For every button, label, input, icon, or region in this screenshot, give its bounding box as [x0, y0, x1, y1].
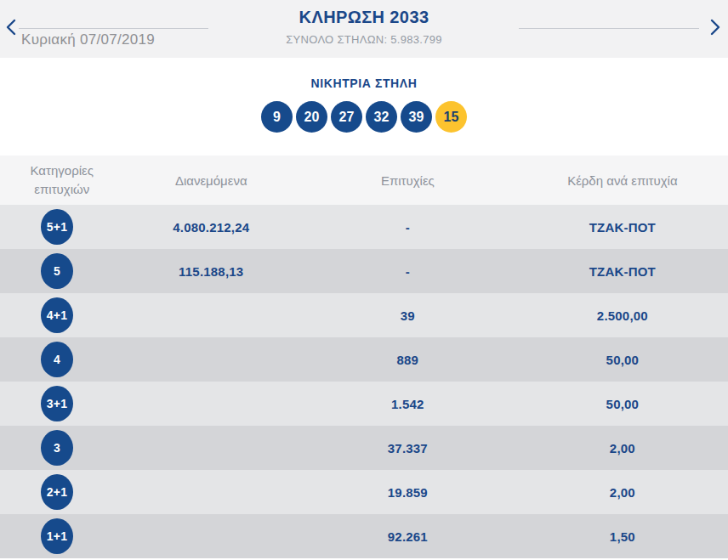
winning-number-ball: 27 — [331, 101, 362, 133]
prize-cell: 2,00 — [517, 485, 728, 500]
winning-column-section: ΝΙΚΗΤΡΙΑ ΣΤΗΛΗ 9 20 27 32 39 15 — [0, 58, 728, 156]
column-header-distributed: Διανεμόμενα — [124, 173, 299, 188]
winners-cell: - — [299, 220, 517, 235]
table-row: 4+1 39 2.500,00 — [0, 293, 728, 337]
prize-results-table: Κατηγορίες επιτυχιών Διανεμόμενα Επιτυχί… — [0, 156, 728, 558]
prize-cell: 50,00 — [517, 397, 728, 411]
column-header-categories: Κατηγορίες επιτυχιών — [0, 161, 124, 200]
winning-number-ball: 9 — [261, 101, 293, 133]
prize-cell: 1,50 — [517, 529, 728, 544]
next-draw-button[interactable] — [708, 19, 722, 36]
winning-number-ball: 39 — [401, 101, 432, 133]
winning-numbers: 9 20 27 32 39 15 — [0, 101, 728, 133]
category-badge: 5 — [41, 253, 73, 289]
winners-cell: - — [299, 264, 517, 279]
category-badge: 4 — [41, 342, 73, 377]
column-header-prize: Κέρδη ανά επιτυχία — [517, 173, 728, 188]
table-row: 5 115.188,13 - ΤΖΑΚ-ΠΟΤ — [0, 249, 728, 293]
category-badge: 3 — [41, 430, 73, 466]
table-row: 3+1 1.542 50,00 — [0, 382, 728, 426]
distributed-cell: 115.188,13 — [124, 264, 299, 279]
chevron-right-icon — [710, 19, 720, 36]
winners-cell: 92.261 — [299, 529, 517, 544]
table-row: 2+1 19.859 2,00 — [0, 470, 728, 514]
table-header-row: Κατηγορίες επιτυχιών Διανεμόμενα Επιτυχί… — [0, 156, 728, 205]
winners-cell: 37.337 — [299, 441, 517, 455]
table-row: 4 889 50,00 — [0, 337, 728, 382]
column-header-winners: Επιτυχίες — [299, 173, 517, 188]
winners-cell: 1.542 — [299, 397, 517, 411]
prize-cell: ΤΖΑΚ-ΠΟΤ — [517, 220, 728, 235]
total-columns-label: ΣΥΝΟΛΟ ΣΤΗΛΩΝ: 5.983.799 — [0, 33, 728, 46]
winners-cell: 19.859 — [299, 485, 517, 500]
distributed-cell: 4.080.212,24 — [124, 220, 299, 235]
header-divider-right — [519, 28, 699, 29]
winning-number-ball: 15 — [435, 101, 467, 133]
table-row: 5+1 4.080.212,24 - ΤΖΑΚ-ΠΟΤ — [0, 205, 728, 249]
table-row: 3 37.337 2,00 — [0, 426, 728, 470]
header-divider-left — [19, 28, 208, 29]
table-row: 1+1 92.261 1,50 — [0, 514, 728, 558]
category-badge: 4+1 — [41, 297, 73, 333]
prize-cell: ΤΖΑΚ-ΠΟΤ — [517, 264, 728, 279]
category-badge: 5+1 — [41, 209, 73, 245]
draw-title: ΚΛΗΡΩΣΗ 2033 — [0, 8, 728, 27]
category-badge: 2+1 — [41, 474, 73, 510]
winners-cell: 39 — [299, 308, 517, 323]
winning-number-ball: 32 — [366, 101, 397, 133]
winning-column-heading: ΝΙΚΗΤΡΙΑ ΣΤΗΛΗ — [0, 58, 728, 90]
category-badge: 3+1 — [41, 386, 73, 421]
prize-cell: 50,00 — [517, 353, 728, 367]
prize-cell: 2,00 — [517, 441, 728, 455]
prize-cell: 2.500,00 — [517, 308, 728, 323]
draw-navigation-band: Κυριακή 07/07/2019 ΚΛΗΡΩΣΗ 2033 ΣΥΝΟΛΟ Σ… — [0, 0, 728, 58]
winning-number-ball: 20 — [296, 101, 327, 133]
category-badge: 1+1 — [41, 518, 73, 554]
winners-cell: 889 — [299, 353, 517, 367]
